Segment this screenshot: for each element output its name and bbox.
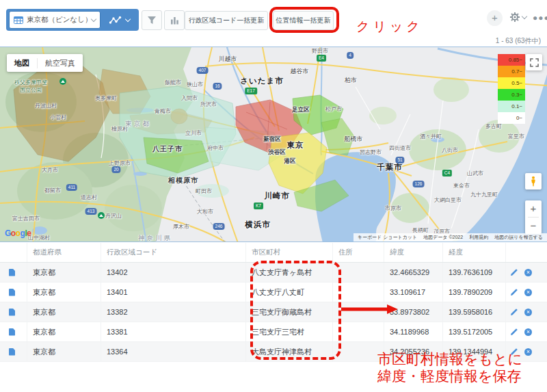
pegman-control[interactable]: [525, 173, 542, 190]
legend-row: 0~: [498, 112, 525, 124]
chart-button[interactable]: [164, 10, 185, 30]
row-actions: ×: [506, 283, 547, 302]
cell-pref: 東京都: [27, 322, 101, 341]
view-select-dropdown[interactable]: 東京都（ピンなし）: [9, 11, 101, 29]
more-options-button[interactable]: ●●●: [533, 13, 547, 23]
record-doc-icon[interactable]: [9, 348, 15, 356]
google-logo: Google: [5, 228, 31, 238]
column-header-empty: [0, 243, 27, 262]
delete-icon[interactable]: ×: [524, 348, 532, 356]
pegman-icon: [530, 175, 537, 187]
column-header: 緯度: [384, 243, 443, 262]
map-type-satellite[interactable]: 航空写真: [37, 58, 83, 68]
map-legend: 0.85~0.7~0.5~0.3~0.1~0~: [498, 54, 525, 124]
record-doc-icon[interactable]: [9, 328, 15, 336]
location-update-button[interactable]: 位置情報一括更新: [273, 11, 334, 30]
legend-row: 0.1~: [498, 101, 525, 112]
row-actions: ×: [506, 302, 547, 322]
view-selector-group: 東京都（ピンなし）: [6, 9, 139, 31]
legend-row: 0.5~: [498, 77, 525, 89]
record-doc-icon[interactable]: [9, 289, 15, 296]
graph-view-button[interactable]: [102, 11, 136, 29]
cell-address: [333, 283, 384, 302]
google-logo-letter: G: [5, 228, 11, 238]
toolbar: 東京都（ピンなし） 行政区域コード一括更新 位置情報一括更新 + ●●● 1 -…: [0, 0, 547, 47]
cell-pref: 東京都: [27, 342, 101, 361]
cell-city: 三宅支庁三宅村: [246, 322, 333, 341]
map-panel: 秩父多摩甲斐国立公園丹波山村小菅村奥多摩町檜原村東京都青梅市飯能市狭山市入間市所…: [0, 47, 547, 242]
column-header-empty: [506, 243, 547, 262]
legend-row: 0.3~: [498, 89, 525, 101]
chevron-down-icon: [522, 13, 527, 18]
zoom-in-button[interactable]: +: [525, 200, 542, 217]
settings-button[interactable]: [509, 12, 526, 23]
cell-lng: 139.7890209: [443, 283, 506, 302]
legend-row: 0.7~: [498, 66, 525, 77]
table-view-icon: [14, 16, 23, 24]
google-logo-letter: e: [27, 228, 31, 238]
map-type-map[interactable]: 地図: [7, 58, 37, 68]
legend-row: 0.85~: [498, 54, 525, 66]
row-actions: ×: [506, 263, 547, 282]
filter-button[interactable]: [142, 10, 162, 30]
view-select-label: 東京都（ピンなし）: [27, 15, 88, 25]
attribution-link[interactable]: 地図の誤りを報告する: [494, 234, 543, 241]
delete-icon[interactable]: ×: [524, 269, 532, 276]
row-actions: ×: [506, 322, 547, 341]
note-line2: 緯度・軽度情報を保存: [377, 367, 522, 384]
cell-lng: 139.1344994: [443, 342, 506, 361]
column-header: 経度: [443, 243, 506, 262]
chevron-down-icon: [91, 16, 96, 21]
cell-city: 八丈支庁八丈町: [246, 283, 333, 302]
admin-code-update-button[interactable]: 行政区域コード一括更新: [185, 11, 268, 30]
attribution-link[interactable]: キーボード ショートカット: [358, 234, 417, 241]
edit-icon[interactable]: [510, 268, 518, 276]
cell-pref: 東京都: [27, 302, 101, 322]
column-header: 行政区域コード: [101, 243, 246, 262]
table-row[interactable]: 東京都13401八丈支庁八丈町33.109617139.7890209×: [0, 283, 547, 302]
table-header-row: 都道府県行政区域コード市区町村住所緯度経度: [0, 243, 547, 263]
cell-code: 13364: [101, 342, 246, 361]
row-actions: ×: [506, 342, 547, 361]
attribution-link[interactable]: 利用規約: [469, 234, 488, 241]
delete-icon[interactable]: ×: [524, 328, 532, 336]
cell-address: [333, 322, 384, 341]
graph-icon: [109, 16, 122, 25]
cell-city: 大島支庁神津島村: [246, 342, 333, 361]
filter-icon: [147, 16, 157, 25]
cell-code: 13402: [101, 263, 246, 282]
map-canvas[interactable]: [0, 47, 547, 242]
table-row[interactable]: 東京都13382三宅支庁御蔵島村33.8973802139.5958016×: [0, 302, 547, 322]
edit-icon[interactable]: [510, 348, 518, 356]
add-record-button[interactable]: +: [487, 10, 503, 26]
delete-icon[interactable]: ×: [524, 289, 532, 296]
edit-icon[interactable]: [510, 308, 518, 316]
cell-code: 13401: [101, 283, 246, 302]
edit-icon[interactable]: [510, 328, 518, 336]
edit-icon[interactable]: [510, 288, 518, 296]
column-header: 都道府県: [27, 243, 101, 262]
delete-icon[interactable]: ×: [524, 309, 532, 316]
cell-code: 13381: [101, 322, 246, 341]
table-row[interactable]: 東京都13364大島支庁神津島村34.2055236139.1344994×: [0, 342, 547, 362]
cell-city: 三宅支庁御蔵島村: [246, 302, 333, 322]
record-doc-icon[interactable]: [9, 309, 15, 316]
column-header: 住所: [333, 243, 384, 262]
table-row[interactable]: 東京都13402八丈支庁青ヶ島村32.4665329139.7636109×: [0, 263, 547, 283]
cell-lng: 139.5172005: [443, 322, 506, 341]
cell-lat: 34.1189968: [384, 322, 443, 341]
record-pagination[interactable]: 1 - 63 (63件中): [496, 36, 541, 46]
table-row[interactable]: 東京都13381三宅支庁三宅村34.1189968139.5172005×: [0, 322, 547, 342]
zoom-control: + −: [525, 200, 542, 234]
fullscreen-button[interactable]: [526, 54, 542, 70]
cell-address: [333, 342, 384, 361]
zoom-out-button[interactable]: −: [525, 218, 542, 234]
google-logo-letter: o: [11, 228, 16, 238]
record-table: 都道府県行政区域コード市区町村住所緯度経度 東京都13402八丈支庁青ヶ島村32…: [0, 243, 547, 362]
cell-address: [333, 302, 384, 322]
google-logo-letter: o: [16, 228, 21, 238]
fullscreen-icon: [530, 58, 539, 67]
chevron-down-icon: [124, 16, 130, 21]
attribution-link[interactable]: 地図データ ©2022: [423, 234, 463, 241]
record-doc-icon[interactable]: [9, 269, 15, 276]
